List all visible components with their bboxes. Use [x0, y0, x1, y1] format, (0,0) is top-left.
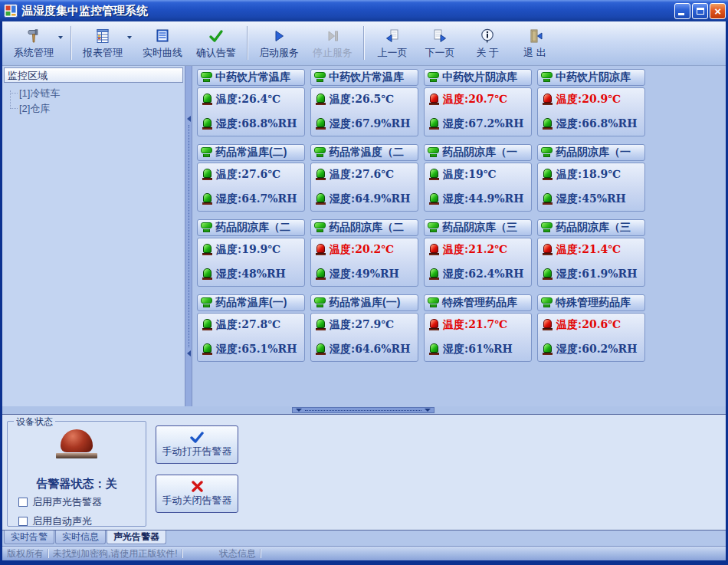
card-body: 温度:26.4℃ 湿度:68.8%RH: [197, 87, 305, 136]
humidity-label: 湿度:: [216, 343, 241, 355]
temp-label: 温度:: [330, 93, 355, 105]
dropdown-caret-icon[interactable]: [58, 36, 63, 39]
humidity-alarm-lamp-icon: [202, 193, 212, 205]
splitter-collapse-icon[interactable]: [296, 409, 302, 412]
humidity-label: 湿度:: [330, 192, 355, 205]
bottom-tab[interactable]: 实时信息: [55, 531, 106, 544]
checkbox-row[interactable]: 启用自动声光: [18, 514, 102, 528]
monitor-card[interactable]: 药品常温库(一) 温度:27.9℃ 湿度:64.6%RH: [310, 294, 418, 362]
bottom-tab[interactable]: 实时告警: [4, 531, 54, 544]
tree-item[interactable]: [2]仓库: [7, 101, 183, 117]
temp-alarm-lamp-icon: [316, 94, 326, 106]
monitor-card[interactable]: 药品常温库(一) 温度:27.8℃ 湿度:65.1%RH: [197, 294, 305, 362]
dropdown-caret-icon[interactable]: [127, 36, 132, 39]
app-icon: [4, 4, 18, 18]
card-title: 中药饮片常温库: [215, 71, 290, 84]
temp-alarm-lamp-icon: [429, 94, 439, 106]
temp-label: 温度:: [216, 93, 241, 105]
temp-value: 26.5℃: [355, 93, 394, 105]
monitor-card[interactable]: 中药饮片阴凉库 温度:20.7℃ 湿度:67.2%RH: [424, 69, 532, 136]
monitor-card[interactable]: 中药饮片常温库 温度:26.4℃ 湿度:68.8%RH: [197, 69, 305, 136]
toolbar-button[interactable]: 上一页: [369, 24, 416, 62]
monitor-card[interactable]: 药品阴凉库（一 温度:18.9℃ 湿度:45%RH: [537, 144, 645, 212]
checkbox[interactable]: [18, 498, 28, 507]
humidity-alarm-lamp-icon: [316, 268, 326, 281]
toolbar-label: 下一页: [425, 46, 455, 60]
device-icon: [200, 297, 213, 309]
bottom-tab[interactable]: 声光告警器: [107, 530, 166, 544]
card-body: 温度:21.7℃ 湿度:61%RH: [424, 313, 532, 362]
humidity-value: 62.4%RH: [468, 268, 523, 280]
device-icon: [540, 297, 553, 309]
card-header: 中药饮片阴凉库: [424, 69, 532, 86]
monitor-card[interactable]: 中药饮片常温库 温度:26.5℃ 湿度:67.9%RH: [310, 69, 418, 136]
close-button[interactable]: ×: [710, 3, 726, 19]
card-title: 中药饮片阴凉库: [556, 71, 631, 84]
splitter-collapse-icon[interactable]: [425, 409, 431, 412]
temp-value: 27.6℃: [241, 168, 280, 180]
checkbox[interactable]: [18, 517, 28, 526]
monitor-card[interactable]: 药品阴凉库（三 温度:21.2℃ 湿度:62.4%RH: [424, 219, 532, 287]
titlebar[interactable]: 温湿度集中监控管理系统 ×: [0, 0, 728, 21]
tree-item[interactable]: [1]冷链车: [7, 86, 183, 101]
monitor-card[interactable]: 药品常温度（二 温度:27.6℃ 湿度:64.9%RH: [310, 144, 418, 212]
monitor-card[interactable]: 药品阴凉库（二 温度:20.2℃ 湿度:49%RH: [310, 219, 418, 287]
card-header: 药品阴凉库（三: [537, 219, 645, 236]
toolbar-button[interactable]: 启动服务: [252, 24, 306, 62]
vertical-splitter[interactable]: [185, 66, 192, 406]
splitter-collapse-icon[interactable]: [187, 116, 191, 122]
toolbar-button[interactable]: 关 于: [464, 24, 511, 62]
alarm-control-button[interactable]: 手动打开告警器: [156, 425, 238, 464]
toolbar-button[interactable]: 实时曲线: [136, 24, 189, 62]
card-body: 温度:20.2℃ 湿度:49%RH: [310, 238, 418, 287]
monitor-card[interactable]: 中药饮片阴凉库 温度:20.9℃ 湿度:66.8%RH: [537, 69, 645, 136]
humidity-alarm-lamp-icon: [202, 268, 212, 281]
card-body: 温度:20.6℃ 湿度:60.2%RH: [537, 313, 645, 362]
humidity-label: 湿度:: [556, 192, 582, 205]
monitor-card[interactable]: 药品阴凉库（三 温度:21.4℃ 湿度:61.9%RH: [537, 219, 645, 287]
humidity-value: 48%RH: [241, 268, 286, 280]
toolbar-button[interactable]: 系统管理: [7, 24, 67, 62]
monitor-card[interactable]: 特殊管理药品库 温度:20.6℃ 湿度:60.2%RH: [537, 294, 645, 362]
alarm-control-button[interactable]: 手动关闭告警器: [156, 475, 238, 513]
maximize-button[interactable]: [692, 3, 708, 19]
toolbar-button[interactable]: 下一页: [416, 24, 464, 62]
toolbar-button[interactable]: 报表管理: [76, 24, 136, 62]
splitter-collapse-icon[interactable]: [187, 350, 191, 356]
toolbar-button[interactable]: 退 出: [511, 24, 559, 62]
temp-label: 温度:: [216, 168, 241, 180]
toolbar-label: 系统管理: [14, 46, 54, 60]
card-title: 药品阴凉库（二: [215, 221, 290, 235]
humidity-label: 湿度:: [556, 343, 582, 355]
device-icon: [200, 72, 213, 84]
horizontal-splitter[interactable]: [292, 407, 435, 413]
temp-value: 27.9℃: [355, 318, 394, 330]
toolbar-button[interactable]: 确认告警: [189, 24, 243, 62]
card-header: 药品常温库(一): [310, 294, 418, 311]
card-header: 中药饮片常温库: [197, 69, 305, 86]
monitor-card[interactable]: 药品阴凉库（一 温度:19℃ 湿度:44.9%RH: [424, 144, 532, 212]
monitor-card[interactable]: 特殊管理药品库 温度:21.7℃ 湿度:61%RH: [424, 294, 532, 362]
temp-value: 27.6℃: [355, 168, 394, 180]
humidity-value: 60.2%RH: [582, 343, 637, 355]
window-title: 温湿度集中监控管理系统: [21, 4, 674, 18]
monitor-card[interactable]: 药品阴凉库（二 温度:19.9℃ 湿度:48%RH: [197, 219, 305, 287]
card-title: 药品阴凉库（三: [442, 221, 517, 235]
card-title: 特殊管理药品库: [442, 296, 517, 310]
humidity-label: 湿度:: [330, 343, 355, 355]
humidity-label: 湿度:: [216, 268, 241, 280]
card-title: 药品阴凉库（二: [329, 221, 404, 235]
minimize-button[interactable]: [674, 3, 690, 19]
card-header: 特殊管理药品库: [537, 294, 645, 311]
toolbar-button[interactable]: 停止服务: [306, 24, 359, 62]
tree-item-label: [1]冷链车: [19, 87, 60, 99]
temp-alarm-lamp-icon: [429, 244, 439, 256]
toolbar-separator: [363, 26, 365, 60]
splitter-grip: [305, 410, 421, 411]
device-status-group: 设备状态 告警器状态：关 启用声光告警器 启用自动声光: [7, 421, 146, 527]
temp-value: 21.7℃: [468, 318, 507, 330]
checkbox-row[interactable]: 启用声光告警器: [18, 495, 102, 509]
monitor-card[interactable]: 药品常温库(二) 温度:27.6℃ 湿度:64.7%RH: [197, 144, 305, 212]
device-icon: [427, 222, 440, 234]
humidity-label: 湿度:: [556, 268, 582, 280]
